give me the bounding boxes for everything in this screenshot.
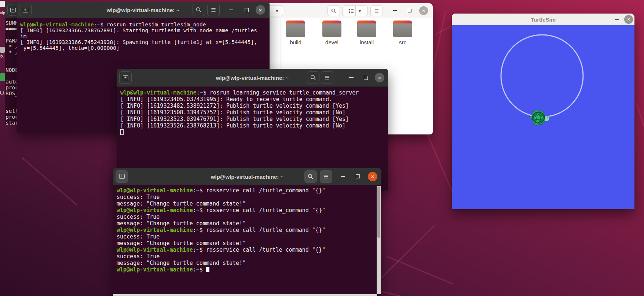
terminal-line: message: "Change turtle command state!": [117, 200, 381, 207]
view-toggle-button[interactable]: ▼: [342, 5, 368, 16]
close-button[interactable]: ×: [375, 73, 384, 82]
turtlesim-titlebar[interactable]: TurtleSim ×: [452, 14, 634, 25]
terminal-line: wlp@wlp-virtual-machine:~$ rosservice ca…: [117, 227, 381, 233]
search-icon: [195, 7, 202, 13]
menu-button[interactable]: [207, 4, 220, 16]
terminal-line: [ INFO] [1619323526.238768213]: Publish …: [120, 122, 388, 129]
terminal-window-rosservice[interactable]: + wlp@wlp-virtual-machine: ~ × wlp@wlp-v…: [113, 168, 381, 296]
maximize-icon: [245, 8, 249, 12]
minimize-icon: [615, 19, 619, 20]
terminal-line: y=[5.544445], theta=[0.000000]: [20, 45, 270, 51]
search-icon: [331, 8, 337, 14]
terminal-cursor: [206, 267, 209, 272]
search-button[interactable]: [328, 5, 340, 16]
close-icon: ×: [378, 75, 381, 81]
terminal-line: success: True: [117, 194, 381, 200]
maximize-icon: [356, 174, 360, 178]
maximize-button[interactable]: [405, 6, 414, 15]
hamburger-icon: [323, 173, 329, 180]
maximize-button[interactable]: [361, 73, 370, 82]
search-icon: [310, 74, 316, 81]
search-icon: [307, 173, 314, 180]
terminal-line: wlp@wlp-virtual-machine:~$ rosservice ca…: [117, 207, 381, 214]
terminal-titlebar[interactable]: + wlp@wlp-virtual-machine: ~ ×: [117, 69, 388, 87]
folder-label: src: [387, 39, 418, 45]
new-tab-icon: +: [10, 8, 16, 12]
search-button[interactable]: [193, 4, 205, 16]
terminal-line: wlp@wlp-virtual-machine:~$ rosrun learni…: [120, 89, 388, 96]
window-bottom-edge: [113, 294, 377, 296]
minimize-icon: [229, 10, 233, 10]
terminal-titlebar[interactable]: + wlp@wlp-virtual-machine: ~ ×: [113, 168, 381, 185]
terminal-line: message: "Change turtle command state!": [117, 260, 381, 266]
menu-button[interactable]: [321, 71, 333, 84]
folder-item-src[interactable]: src: [387, 22, 418, 45]
folder-item-devel[interactable]: devel: [316, 22, 347, 45]
folder-icon: [286, 22, 305, 37]
terminal-line: [ INFO] [1619323508.339475752]: Publish …: [120, 109, 388, 116]
folder-label: build: [280, 39, 311, 45]
terminal-line: success: True: [117, 214, 381, 220]
terminal-line: im: [20, 33, 270, 39]
minimize-button[interactable]: [612, 15, 621, 24]
folder-label: devel: [316, 39, 347, 45]
folder-icon: [357, 22, 376, 37]
close-icon: ×: [259, 7, 262, 13]
folder-label: install: [351, 39, 382, 45]
minimize-icon: [393, 10, 397, 11]
scrollbar-thumb[interactable]: [377, 186, 380, 238]
minimize-button[interactable]: [347, 73, 356, 82]
close-button[interactable]: ×: [368, 172, 377, 181]
search-button[interactable]: [304, 170, 317, 183]
terminal-line: wlp@wlp-virtual-machine:~$ rosrun turtle…: [20, 22, 270, 27]
terminal-line: message: "Change turtle command state!": [117, 240, 381, 247]
terminal-line: success: True: [117, 253, 381, 260]
turtlesim-window[interactable]: TurtleSim ×: [452, 14, 634, 209]
file-manager-toolbar[interactable]: ▼ ▼ ×: [257, 3, 433, 18]
terminal-line: wlp@wlp-virtual-machine:~$: [117, 266, 381, 273]
menu-button[interactable]: [320, 170, 332, 183]
close-icon: ×: [627, 16, 630, 22]
chevron-down-icon: ▼: [358, 9, 362, 13]
minimize-button[interactable]: [338, 172, 348, 181]
button-divider: [355, 6, 356, 16]
maximize-button[interactable]: [242, 5, 251, 15]
close-button[interactable]: ×: [624, 15, 633, 24]
trash-icon[interactable]: [0, 47, 5, 53]
close-button[interactable]: ×: [419, 6, 428, 15]
terminal-line: [ INFO] [1619323366.745243938]: Spawning…: [20, 39, 270, 45]
hamburger-icon: [324, 74, 330, 81]
terminal-cursor: [120, 129, 124, 135]
terminal-output: wlp@wlp-virtual-machine:~$ rosservice ca…: [113, 186, 381, 273]
trash-icon-label[interactable]: 收: [0, 53, 4, 59]
terminal-output: wlp@wlp-virtual-machine:~$ rosrun turtle…: [17, 20, 270, 51]
folder-item-build[interactable]: build: [280, 22, 311, 45]
terminal-line: success: True: [117, 233, 381, 240]
terminal-line: wlp@wlp-virtual-machine:~$ rosservice ca…: [117, 247, 381, 253]
folder-icon: [393, 22, 412, 37]
terminal-line: [ INFO] [1619323405.037431995]: Ready to…: [120, 96, 388, 103]
menu-button[interactable]: [370, 5, 383, 16]
folder-item-install[interactable]: install: [351, 22, 382, 45]
terminal-titlebar[interactable]: + wlp@wlp-virtual-machine: ~ ×: [17, 2, 270, 18]
recycle-icon[interactable]: [0, 73, 5, 81]
turtlesim-drawing: [452, 25, 634, 209]
scrollbar[interactable]: [377, 186, 381, 294]
terminal-output: wlp@wlp-virtual-machine:~$ rosrun learni…: [117, 88, 388, 136]
close-button[interactable]: ×: [256, 5, 265, 15]
terminal-line: wlp@wlp-virtual-machine:~$ rosservice ca…: [117, 187, 381, 194]
desktop-icon-label[interactable]: t_(: [0, 90, 4, 95]
maximize-button[interactable]: [353, 172, 362, 181]
turtlesim-canvas: [452, 25, 634, 209]
home-icon[interactable]: [0, 1, 5, 7]
terminal-line: [ INFO] [1619323523.039476791]: Publish …: [120, 116, 388, 122]
desktop-icon-label[interactable]: vlp: [0, 11, 5, 15]
terminal-line: [120, 129, 388, 136]
maximize-icon: [408, 9, 411, 12]
hamburger-icon: [210, 7, 217, 13]
terminal-line: [ INFO] [1619323366.738762891]: Starting…: [20, 27, 270, 33]
turtle-path-circle: [501, 35, 583, 117]
search-button[interactable]: [307, 71, 319, 84]
minimize-button[interactable]: [390, 6, 399, 15]
minimize-button[interactable]: [226, 5, 236, 15]
